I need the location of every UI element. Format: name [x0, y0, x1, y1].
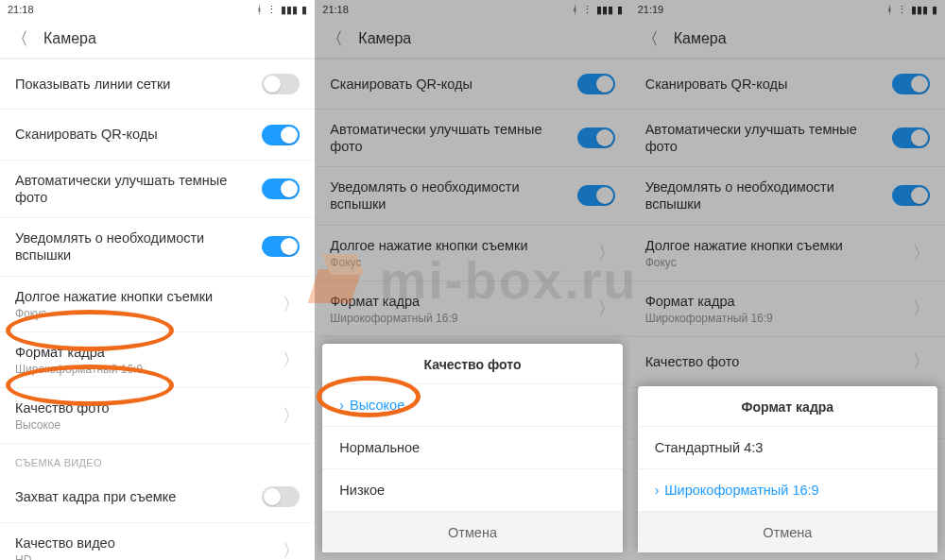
row-qr[interactable]: Сканировать QR-коды [315, 59, 629, 110]
clock: 21:19 [638, 4, 664, 15]
row-autodark[interactable]: Автоматически улучшать темные фото [0, 161, 315, 218]
back-icon[interactable]: 〈 [642, 27, 659, 50]
sublabel: Широкоформатный 16:9 [330, 312, 457, 325]
cancel-button[interactable]: Отмена [322, 512, 622, 552]
back-icon[interactable]: 〈 [11, 27, 28, 50]
label: Качество фото [645, 353, 740, 370]
toggle-capture-on-shoot[interactable] [262, 486, 300, 507]
label: Показывать линии сетки [15, 76, 170, 93]
row-flash[interactable]: Уведомлять о необходимости вспышки [630, 167, 945, 225]
row-photo-quality[interactable]: Качество фото Высокое 〉 [0, 388, 315, 444]
row-frame-format[interactable]: Формат кадра Широкоформатный 16:9 〉 [0, 332, 315, 388]
label: Захват кадра при съемке [15, 488, 176, 505]
sheet-title: Формат кадра [638, 386, 937, 427]
row-video-quality[interactable]: Качество видео HD 〉 [0, 523, 315, 560]
battery-icon: ▮ [617, 5, 623, 15]
sublabel: HD [15, 553, 115, 560]
row-longpress[interactable]: Долгое нажатие кнопки съемки Фокус 〉 [0, 277, 315, 332]
label: Автоматически улучшать темные фото [15, 172, 251, 206]
check-icon: › [655, 483, 660, 498]
screen-1: 21:18 ᚼ ⋮ ▮▮▮ ▮ 〈 Камера Показывать лини… [0, 0, 315, 560]
row-photo-quality[interactable]: Качество фото 〉 [630, 337, 945, 388]
label: Долгое нажатие кнопки съемки [645, 237, 843, 254]
chevron-right-icon: 〉 [283, 404, 300, 427]
label: Качество фото [15, 399, 110, 416]
row-longpress[interactable]: Долгое нажатие кнопки съемки Фокус 〉 [630, 226, 945, 281]
toggle-qr[interactable] [262, 125, 300, 145]
battery-icon: ▮ [301, 5, 307, 15]
back-icon[interactable]: 〈 [326, 27, 343, 50]
toggle-autodark[interactable] [262, 178, 300, 199]
label: Уведомлять о необходимости вспышки [15, 229, 251, 263]
sheet-frame-format: Формат кадра Стандартный 4:3 › Широкофор… [638, 386, 937, 552]
option-high[interactable]: › Высокое [322, 384, 622, 427]
header: 〈 Камера [630, 19, 945, 59]
row-qr[interactable]: Сканировать QR-коды [0, 110, 315, 161]
settings-list: Показывать линии сетки Сканировать QR-ко… [0, 59, 315, 560]
row-autodark[interactable]: Автоматически улучшать темные фото [315, 110, 629, 167]
label: Автоматически улучшать темные фото [330, 121, 566, 155]
label: Уведомлять о необходимости вспышки [645, 178, 882, 212]
label: Формат кадра [645, 293, 773, 310]
signal-icon: ▮▮▮ [281, 5, 298, 15]
status-icons: ᚼ ⋮ ▮▮▮ ▮ [886, 5, 937, 15]
row-qr[interactable]: Сканировать QR-коды [630, 59, 945, 110]
label: Сканировать QR-коды [330, 76, 472, 93]
header: 〈 Камера [315, 19, 629, 59]
toggle-flash[interactable] [892, 185, 930, 206]
label: Уведомлять о необходимости вспышки [330, 178, 566, 212]
toggle-qr[interactable] [577, 74, 615, 94]
signal-icon: ▮▮▮ [911, 5, 928, 15]
screen-3: 21:19 ᚼ ⋮ ▮▮▮ ▮ 〈 Камера Сканировать QR-… [630, 0, 945, 560]
clock: 21:18 [322, 4, 349, 15]
battery-icon: ▮ [932, 5, 937, 15]
option-low[interactable]: Низкое [322, 469, 622, 512]
status-icons: ᚼ ⋮ ▮▮▮ ▮ [256, 5, 307, 15]
label: Сканировать QR-коды [645, 76, 788, 93]
label: Качество видео [15, 535, 115, 552]
check-icon: › [339, 398, 344, 413]
option-label: Нормальное [339, 440, 420, 455]
row-gridlines[interactable]: Показывать линии сетки [0, 59, 315, 110]
wifi-icon: ⋮ [266, 5, 277, 15]
label: Долгое нажатие кнопки съемки [15, 288, 213, 305]
option-label: Низкое [339, 483, 385, 498]
bluetooth-icon: ᚼ [572, 5, 578, 15]
row-capture-on-shoot[interactable]: Захват кадра при съемке [0, 472, 315, 523]
sublabel: Широкоформатный 16:9 [645, 312, 773, 325]
option-label: Широкоформатный 16:9 [664, 483, 818, 498]
label: Сканировать QR-коды [15, 126, 158, 143]
page-title: Камера [674, 30, 727, 47]
status-bar: 21:18 ᚼ ⋮ ▮▮▮ ▮ [315, 0, 629, 19]
row-flash[interactable]: Уведомлять о необходимости вспышки [0, 218, 315, 276]
toggle-autodark[interactable] [577, 127, 615, 148]
row-flash[interactable]: Уведомлять о необходимости вспышки [315, 167, 629, 225]
toggle-gridlines[interactable] [262, 74, 300, 94]
option-label: Стандартный 4:3 [655, 440, 764, 455]
toggle-flash[interactable] [262, 236, 300, 257]
row-frame-format[interactable]: Формат кадра Широкоформатный 16:9 〉 [630, 281, 945, 337]
toggle-flash[interactable] [577, 185, 615, 206]
option-wide-16-9[interactable]: › Широкоформатный 16:9 [638, 469, 937, 512]
sublabel: Широкоформатный 16:9 [15, 363, 143, 376]
sheet-title: Качество фото [322, 344, 622, 384]
chevron-right-icon: 〉 [913, 242, 930, 264]
sublabel: Высокое [15, 418, 110, 432]
sublabel: Фокус [645, 256, 843, 269]
option-normal[interactable]: Нормальное [322, 427, 622, 469]
wifi-icon: ⋮ [582, 5, 593, 15]
header: 〈 Камера [0, 19, 315, 59]
chevron-right-icon: 〉 [913, 350, 930, 373]
cancel-button[interactable]: Отмена [638, 512, 937, 552]
status-icons: ᚼ ⋮ ▮▮▮ ▮ [572, 5, 623, 15]
option-standard-4-3[interactable]: Стандартный 4:3 [638, 427, 937, 469]
watermark: mi-box.ru [307, 248, 637, 313]
label: Формат кадра [15, 344, 143, 361]
settings-list: Сканировать QR-коды Автоматически улучша… [630, 59, 945, 439]
toggle-autodark[interactable] [892, 127, 930, 148]
clock: 21:18 [8, 4, 34, 15]
row-autodark[interactable]: Автоматически улучшать темные фото [630, 110, 945, 167]
status-bar: 21:19 ᚼ ⋮ ▮▮▮ ▮ [630, 0, 945, 19]
toggle-qr[interactable] [892, 74, 930, 94]
section-header-video: СЪЕМКА ВИДЕО [0, 444, 315, 472]
